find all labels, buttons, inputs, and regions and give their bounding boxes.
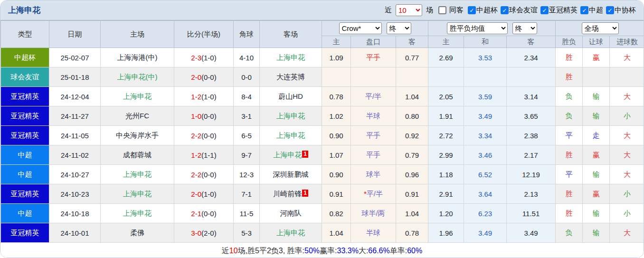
match-row: 亚冠精英 24-11-27 光州FC 1-0(0-0) 3-1 上海申花 1.0… <box>1 106 644 126</box>
avg-home-odds: 2.99 <box>428 145 464 165</box>
subcol-avg-home: 主 <box>428 36 464 48</box>
corner-score: 5-3 <box>234 223 260 243</box>
away-team-cell: 上海申花 <box>260 223 322 243</box>
handicap-line: 半球 <box>351 223 396 243</box>
avg-home-odds: 2.05 <box>428 87 464 106</box>
avg-away-odds: 3.49 <box>507 223 556 243</box>
score-cell: 2-2(0-0) <box>174 126 234 145</box>
corner-score: 11-5 <box>234 204 260 223</box>
same-venue-checkbox[interactable] <box>438 6 446 14</box>
summary-segment: 赢率: <box>320 246 337 256</box>
result-group-header: 全场 <box>556 21 644 36</box>
result-winloss: 负 <box>556 87 583 106</box>
corner-score: 12-3 <box>234 165 260 184</box>
subcol-handicap-away: 客 <box>396 36 428 48</box>
score-fulltime: 2-2 <box>191 132 201 140</box>
col-header-away: 客场 <box>260 21 322 48</box>
handicap-away-odds: 0.79 <box>396 145 428 165</box>
away-team: 蔚山HD <box>278 92 303 100</box>
match-date: 24-10-18 <box>49 204 101 223</box>
avg-home-odds <box>428 67 464 87</box>
handicap-line <box>351 67 396 87</box>
col-header-home: 主场 <box>101 21 174 48</box>
handicap-away-odds: 0.78 <box>396 223 428 243</box>
corner-score: 9-7 <box>234 145 260 165</box>
result-winloss: 胜 <box>556 184 583 204</box>
score-halftime: (0-0) <box>201 132 217 140</box>
match-type-badge: 中超杯 <box>1 48 49 67</box>
handicap-line: 平手 <box>351 48 396 67</box>
result-winloss: 胜 <box>556 67 583 87</box>
odds-final-select[interactable]: 终 <box>387 22 411 34</box>
score-halftime: (1-0) <box>201 93 217 101</box>
away-team-cell: 上海申花 <box>260 106 322 126</box>
score-fulltime: 1-2 <box>191 151 201 159</box>
avg-draw-odds: 3.59 <box>464 87 507 106</box>
card-badge: 1 <box>302 151 308 158</box>
corner-score: 3-1 <box>234 106 260 126</box>
avg-final-select[interactable]: 终 <box>512 22 537 34</box>
away-team: 上海申花 <box>273 151 302 159</box>
league-checkbox[interactable]: ✓ <box>501 6 509 14</box>
handicap-line-text: 平手 <box>366 151 380 159</box>
summary-segment: 大: <box>359 246 368 256</box>
league-filter-item: ✓亚冠精英 <box>538 6 578 15</box>
league-checkbox[interactable]: ✓ <box>540 6 549 14</box>
match-date: 24-10-01 <box>49 223 101 243</box>
away-team: 上海申花 <box>276 131 305 139</box>
handicap-line: 球半/两 <box>351 204 396 223</box>
home-team: 成都蓉城 <box>101 145 174 165</box>
league-label: 亚冠精英 <box>549 6 578 15</box>
result-handicap: 赢 <box>583 48 610 67</box>
match-type-badge: 中超 <box>1 145 49 165</box>
handicap-line-text: 球半/两 <box>361 209 385 217</box>
recent-count-select[interactable]: 10 <box>396 4 422 16</box>
handicap-away-odds: 0.77 <box>396 48 428 67</box>
handicap-away-odds <box>396 67 428 87</box>
avg-away-odds: 2.17 <box>507 145 556 165</box>
away-team-cell: 大连英博 <box>260 67 322 87</box>
card-badge: 1 <box>302 190 308 197</box>
result-goals <box>610 67 644 87</box>
score-fulltime: 3-0 <box>191 229 201 237</box>
away-team: 河南队 <box>280 209 302 217</box>
odds-company-select[interactable]: Crow* <box>339 22 382 34</box>
score-halftime: (0-0) <box>201 210 217 218</box>
topbar: 上海申花 近 10 场 同客 ✓中超杯✓球会友谊✓亚冠精英✓中超✓中协杯 <box>0 0 644 20</box>
score-cell: 3-0(2-0) <box>174 223 234 243</box>
col-header-date: 日期 <box>49 21 101 48</box>
recent-label: 近 <box>385 6 392 15</box>
home-team: 上海海港(中) <box>101 48 174 67</box>
league-label: 球会友谊 <box>509 6 538 15</box>
league-checkbox[interactable]: ✓ <box>606 6 614 14</box>
period-select[interactable]: 全场 <box>582 22 619 34</box>
handicap-line: 半球 <box>351 106 396 126</box>
away-team-cell: 上海申花 <box>260 126 322 145</box>
score-fulltime: 2-0 <box>191 73 201 81</box>
avg-home-odds: 1.96 <box>428 223 464 243</box>
match-date: 25-01-18 <box>49 67 101 87</box>
score-halftime: (1-0) <box>201 190 217 198</box>
avg-home-odds: 2.91 <box>428 184 464 204</box>
match-date: 24-10-27 <box>49 165 101 184</box>
col-header-corner: 角球 <box>234 21 260 48</box>
home-team: 上海申花(中) <box>101 67 174 87</box>
league-checkbox[interactable]: ✓ <box>580 6 588 14</box>
summary-segment: 60% <box>407 247 422 255</box>
result-handicap: 赢 <box>583 145 610 165</box>
avg-home-odds: 1.20 <box>428 204 464 223</box>
avg-away-odds <box>507 67 556 87</box>
corner-score: 8-4 <box>234 87 260 106</box>
avg-away-odds: 2.13 <box>507 184 556 204</box>
away-team-cell: 上海申花 <box>260 48 322 67</box>
topbar-controls: 近 10 场 同客 ✓中超杯✓球会友谊✓亚冠精英✓中超✓中协杯 <box>385 4 636 16</box>
away-team-cell: 川崎前锋1 <box>260 184 322 204</box>
avg-odds-select[interactable]: 胜平负均值 <box>447 22 508 34</box>
league-checkbox[interactable]: ✓ <box>468 6 476 14</box>
score-fulltime: 1-2 <box>191 93 201 101</box>
col-header-score: 比分(半场) <box>174 21 234 48</box>
score-halftime: (1-1) <box>201 151 217 159</box>
match-type-badge: 亚冠精英 <box>1 87 49 106</box>
score-halftime: (1-0) <box>201 54 217 62</box>
result-goals: 大 <box>610 48 644 67</box>
